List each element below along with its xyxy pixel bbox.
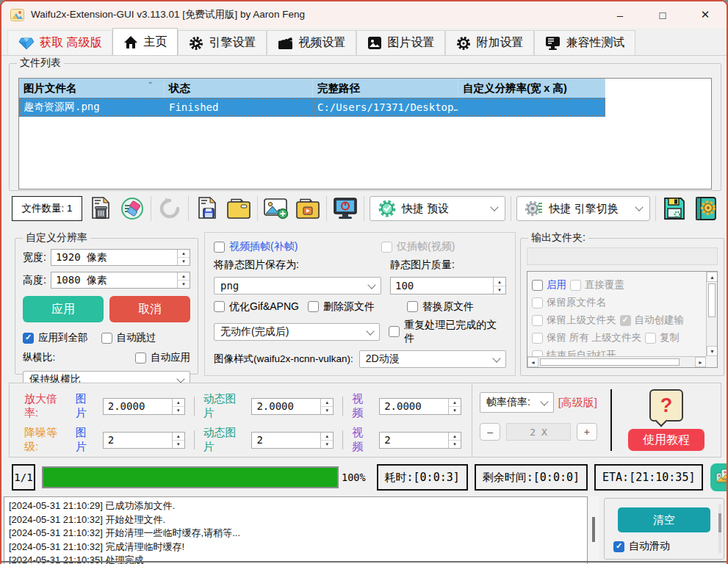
vfi-checkbox[interactable]: [214, 242, 225, 253]
auto-skip-checkbox[interactable]: [101, 333, 112, 344]
cancel-button[interactable]: 取消: [109, 296, 190, 322]
width-spinner[interactable]: 1920 像素 ▲▼: [51, 249, 190, 266]
denoise-image-spinner[interactable]: 2 ▲▼: [103, 432, 185, 449]
side-scrollbar[interactable]: [718, 505, 721, 553]
turn-off-monitor-button[interactable]: [332, 195, 358, 222]
framerate-plus-button[interactable]: +: [577, 423, 597, 441]
spin-up-icon[interactable]: ▲: [178, 272, 190, 281]
scroll-up-icon[interactable]: ▲: [707, 272, 718, 282]
start-button[interactable]: 开始: [710, 463, 728, 491]
refresh-button[interactable]: [156, 195, 183, 222]
tab-engine-settings[interactable]: 引擎设置: [178, 30, 267, 55]
cell-filename[interactable]: 趣奇资源网.png: [19, 98, 165, 117]
denoise-video-spinner[interactable]: 2 ▲▼: [379, 432, 461, 449]
copy-checkbox[interactable]: [645, 333, 656, 344]
open-after-checkbox[interactable]: [532, 350, 543, 357]
maximize-button[interactable]: □: [641, 1, 684, 28]
minimize-button[interactable]: –: [599, 1, 641, 28]
clear-list-button[interactable]: [119, 195, 145, 222]
column-header-resolution[interactable]: 自定义分辨率(宽 x 高): [458, 79, 605, 98]
spin-down-icon[interactable]: ▼: [321, 441, 333, 448]
read-file-list-button[interactable]: [226, 195, 252, 222]
horizontal-scrollbar[interactable]: ◄ ►: [527, 356, 706, 367]
scroll-right-icon[interactable]: ►: [695, 357, 706, 367]
column-header-filename[interactable]: 图片文件名 ⌄: [19, 79, 165, 98]
reprocess-checkbox[interactable]: [389, 326, 400, 337]
quick-preset-dropdown[interactable]: 快捷 预设: [370, 196, 505, 221]
keep-parent-checkbox[interactable]: [532, 315, 543, 326]
keep-all-parents-checkbox[interactable]: [532, 333, 543, 344]
spin-down-icon[interactable]: ▼: [178, 281, 190, 288]
auto-create-checkbox[interactable]: [620, 315, 631, 326]
spin-up-icon[interactable]: ▲: [178, 250, 190, 258]
log-output[interactable]: [2024-05-31 21:10:29] 已成功添加文件. [2024-05-…: [4, 496, 588, 564]
remove-file-button[interactable]: [87, 195, 114, 222]
height-spinner[interactable]: 1080 像素 ▲▼: [51, 272, 190, 289]
spin-down-icon[interactable]: ▼: [173, 407, 184, 414]
cell-status[interactable]: Finished: [165, 98, 313, 117]
optimize-gif-checkbox[interactable]: [214, 301, 225, 312]
tab-extra-settings[interactable]: 附加设置: [445, 30, 534, 55]
clear-log-button[interactable]: 清空: [618, 507, 710, 532]
tutorial-button[interactable]: 使用教程: [628, 429, 704, 451]
magnify-video-spinner[interactable]: 2.0000 ▲▼: [379, 398, 461, 415]
quick-engine-switch-dropdown[interactable]: 快捷 引擎切换: [516, 196, 650, 221]
cell-path[interactable]: C:/Users/17371/Desktop…: [313, 98, 458, 117]
spin-up-icon[interactable]: ▲: [321, 433, 333, 441]
save-file-list-button[interactable]: [194, 195, 220, 222]
vfi-only-checkbox[interactable]: [381, 242, 392, 253]
tab-compatibility-test[interactable]: 兼容性测试: [534, 30, 635, 55]
auto-apply-checkbox[interactable]: [135, 352, 146, 364]
spin-up-icon[interactable]: ▲: [449, 399, 461, 407]
spin-up-icon[interactable]: ▲: [321, 399, 333, 407]
add-image-button[interactable]: [263, 195, 289, 222]
scroll-thumb[interactable]: [718, 513, 721, 532]
autoscroll-checkbox[interactable]: [613, 541, 624, 552]
apply-to-all-checkbox[interactable]: [23, 333, 34, 344]
tab-image-settings[interactable]: 图片设置: [356, 30, 445, 55]
tab-home[interactable]: 主页: [112, 28, 178, 55]
magnify-anim-spinner[interactable]: 2.0000 ▲▼: [251, 398, 334, 415]
framerate-dropdown[interactable]: 帧率倍率:: [480, 392, 554, 413]
magnify-image-spinner[interactable]: 2.0000 ▲▼: [103, 398, 185, 415]
settings-book-button[interactable]: [693, 195, 719, 222]
denoise-anim-spinner[interactable]: 2 ▲▼: [251, 432, 334, 449]
spin-up-icon[interactable]: ▲: [494, 278, 505, 286]
vertical-scrollbar[interactable]: ▲ ▼: [706, 272, 717, 356]
spin-down-icon[interactable]: ▼: [173, 441, 184, 448]
spin-down-icon[interactable]: ▼: [178, 258, 190, 265]
save-settings-button[interactable]: [661, 195, 688, 222]
replace-original-checkbox[interactable]: [407, 301, 418, 312]
framerate-minus-button[interactable]: –: [480, 423, 500, 441]
column-header-path[interactable]: 完整路径: [313, 79, 458, 98]
scroll-thumb[interactable]: [708, 283, 716, 317]
apply-button[interactable]: 应用: [23, 296, 104, 322]
scroll-thumb[interactable]: [540, 358, 680, 366]
image-quality-spinner[interactable]: 100 ▲▼: [390, 277, 506, 294]
table-row[interactable]: 趣奇资源网.png Finished C:/Users/17371/Deskto…: [19, 98, 711, 117]
delete-source-checkbox[interactable]: [308, 301, 319, 312]
spin-down-icon[interactable]: ▼: [321, 407, 333, 414]
tab-video-settings[interactable]: 视频设置: [267, 30, 356, 55]
image-style-select[interactable]: 2D动漫: [359, 350, 506, 368]
add-video-folder-button[interactable]: [295, 195, 321, 222]
image-format-select[interactable]: png: [214, 277, 381, 294]
post-action-select[interactable]: 无动作(完成后): [214, 323, 380, 341]
spin-down-icon[interactable]: ▼: [449, 407, 461, 414]
column-header-status[interactable]: 状态: [165, 79, 313, 98]
scroll-thumb[interactable]: [592, 517, 595, 542]
close-button[interactable]: ✕: [684, 1, 727, 28]
log-scrollbar[interactable]: [589, 496, 599, 564]
spin-down-icon[interactable]: ▼: [449, 441, 461, 448]
scroll-left-icon[interactable]: ◄: [527, 357, 538, 367]
enable-output-checkbox[interactable]: [532, 280, 543, 291]
tab-get-premium[interactable]: 获取 高级版: [7, 30, 112, 55]
keep-filename-checkbox[interactable]: [532, 297, 543, 308]
scroll-down-icon[interactable]: ▼: [707, 346, 718, 356]
cell-resolution[interactable]: [458, 98, 605, 117]
spin-up-icon[interactable]: ▲: [173, 399, 184, 407]
spin-up-icon[interactable]: ▲: [449, 433, 461, 441]
spin-up-icon[interactable]: ▲: [173, 433, 184, 441]
file-table[interactable]: 图片文件名 ⌄ 状态 完整路径 自定义分辨率(宽 x 高) 趣奇资源网.png …: [18, 78, 712, 189]
overwrite-checkbox[interactable]: [570, 280, 581, 291]
